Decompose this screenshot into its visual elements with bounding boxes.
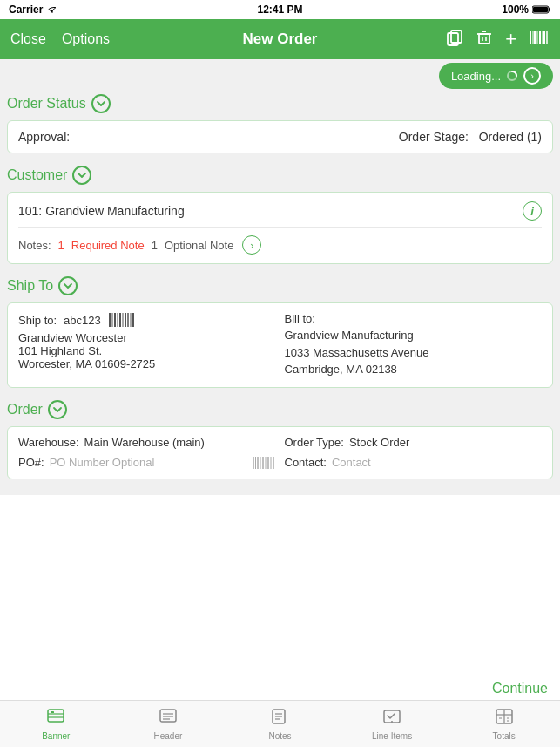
- tab-notes[interactable]: Notes: [224, 708, 336, 741]
- line-items-tab-label: Line Items: [372, 731, 412, 741]
- po-input[interactable]: [50, 456, 246, 469]
- po-label: PO#:: [18, 456, 44, 469]
- ship-to-section: Ship To Ship to: abc123: [7, 273, 553, 388]
- totals-tab-label: Totals: [493, 731, 516, 741]
- nav-bar: Close Options New Order +: [0, 19, 560, 59]
- order-status-card: Approval: Order Stage: Ordered (1): [7, 120, 553, 153]
- notes-arrow-button[interactable]: ›: [242, 235, 261, 255]
- ship-to-field-label: Ship to:: [18, 314, 57, 327]
- header-tab-label: Header: [153, 731, 182, 741]
- order-stage-label: Order Stage:: [399, 130, 469, 144]
- order-status-header: Order Status: [7, 91, 553, 117]
- notes-optional-label: Optional Note: [165, 239, 234, 252]
- svg-rect-3: [448, 33, 458, 45]
- close-button[interactable]: Close: [10, 31, 46, 47]
- order-stage-text: Order Stage: Ordered (1): [399, 130, 542, 144]
- customer-collapse[interactable]: [72, 166, 91, 185]
- nav-bar-actions: +: [446, 29, 550, 51]
- order-status-label: Order Status: [7, 96, 86, 112]
- svg-rect-38: [48, 710, 64, 722]
- ship-to-address3: Worcester, MA 01609-2725: [18, 357, 276, 370]
- notes-required-count: 1: [58, 239, 64, 252]
- po-barcode-icon: [252, 456, 276, 470]
- totals-tab-icon: [495, 708, 514, 730]
- customer-label: Customer: [7, 167, 67, 183]
- bill-to-line1: Grandview Manufacturing: [285, 327, 543, 344]
- line-items-tab-icon: [382, 708, 401, 730]
- customer-row: 101: Grandview Manufacturing i: [18, 201, 542, 221]
- barcode-icon[interactable]: [529, 29, 550, 51]
- order-card: Warehouse: Main Warehouse (main) Order T…: [7, 426, 553, 479]
- order-status-section: Order Status Approval: Order Stage: Orde…: [7, 91, 553, 153]
- main-content: Loading... › Order Status Approval: Orde…: [0, 59, 560, 495]
- svg-rect-5: [479, 34, 489, 44]
- ship-to-address2: 101 Highland St.: [18, 344, 276, 357]
- nav-bar-left: Close Options: [10, 31, 110, 47]
- ship-to-barcode-icon: [108, 312, 136, 328]
- notes-row: Notes: 1 Required Note 1 Optional Note ›: [18, 227, 542, 255]
- tab-banner[interactable]: Banner: [0, 708, 112, 741]
- copy-icon[interactable]: [446, 29, 463, 51]
- customer-card: 101: Grandview Manufacturing i Notes: 1 …: [7, 192, 553, 264]
- contact-input[interactable]: [332, 456, 542, 469]
- bill-to-block: Bill to: Grandview Manufacturing 1033 Ma…: [285, 312, 543, 378]
- notes-required-label: Required Note: [71, 239, 145, 252]
- ship-to-address1: Grandview Worcester: [18, 331, 276, 344]
- nav-bar-title: New Order: [243, 31, 318, 48]
- status-bar-left: Carrier: [9, 3, 58, 16]
- spinner-icon: [506, 70, 518, 82]
- ship-to-grid: Ship to: abc123: [18, 312, 542, 378]
- warehouse-value: Main Warehouse (main): [84, 436, 205, 449]
- trash-icon[interactable]: [476, 29, 493, 51]
- ship-to-code: abc123: [64, 314, 101, 327]
- ship-to-header: Ship To: [7, 273, 553, 299]
- bill-to-line3: Cambridge, MA 02138: [285, 361, 543, 378]
- options-button[interactable]: Options: [62, 31, 110, 47]
- notes-optional-count: 1: [152, 239, 158, 252]
- contact-field: Contact:: [285, 456, 543, 470]
- battery-icon: [532, 4, 551, 15]
- battery-label: 100%: [502, 3, 529, 16]
- notes-tab-label: Notes: [268, 731, 291, 741]
- status-bar-time: 12:41 PM: [257, 3, 302, 16]
- status-bar: Carrier 12:41 PM 100%: [0, 0, 560, 19]
- warehouse-label: Warehouse:: [18, 436, 79, 449]
- order-section-label: Order: [7, 402, 43, 418]
- add-icon[interactable]: +: [505, 30, 516, 49]
- order-status-collapse[interactable]: [91, 94, 111, 113]
- ship-to-card: Ship to: abc123: [7, 302, 553, 388]
- order-grid: Warehouse: Main Warehouse (main) Order T…: [18, 436, 542, 470]
- customer-info-icon[interactable]: i: [523, 201, 542, 221]
- svg-point-51: [391, 721, 393, 723]
- svg-rect-41: [51, 711, 54, 713]
- order-type-value: Stock Order: [349, 436, 409, 449]
- warehouse-field: Warehouse: Main Warehouse (main): [18, 436, 276, 449]
- order-section: Order Warehouse: Main Warehouse (main) O…: [7, 397, 553, 479]
- bill-to-label: Bill to:: [285, 312, 543, 325]
- carrier-label: Carrier: [9, 3, 43, 16]
- order-type-field: Order Type: Stock Order: [285, 436, 543, 449]
- po-field: PO#:: [18, 456, 276, 470]
- approval-label: Approval:: [18, 130, 70, 144]
- order-collapse[interactable]: [48, 400, 67, 419]
- header-tab-icon: [159, 708, 178, 730]
- arrow-circle[interactable]: ›: [523, 67, 541, 85]
- customer-header: Customer: [7, 162, 553, 188]
- continue-button[interactable]: Continue: [492, 681, 548, 696]
- loading-label: Loading...: [451, 70, 501, 83]
- contact-label: Contact:: [285, 456, 327, 469]
- tab-totals[interactable]: Totals: [448, 708, 560, 741]
- tab-line-items[interactable]: Line Items: [336, 708, 449, 741]
- order-header: Order: [7, 397, 553, 423]
- tab-bar: Banner Header Notes: [0, 700, 560, 747]
- banner-tab-icon: [46, 708, 65, 730]
- loading-button[interactable]: Loading... ›: [439, 63, 553, 89]
- status-bar-right: 100%: [502, 3, 551, 16]
- notes-label: Notes:: [18, 239, 51, 252]
- ship-to-left: Ship to: abc123: [18, 312, 276, 378]
- ship-to-collapse[interactable]: [58, 276, 78, 295]
- tab-header[interactable]: Header: [112, 708, 225, 741]
- svg-rect-1: [533, 7, 548, 12]
- banner-tab-label: Banner: [42, 731, 70, 741]
- svg-rect-2: [549, 8, 550, 11]
